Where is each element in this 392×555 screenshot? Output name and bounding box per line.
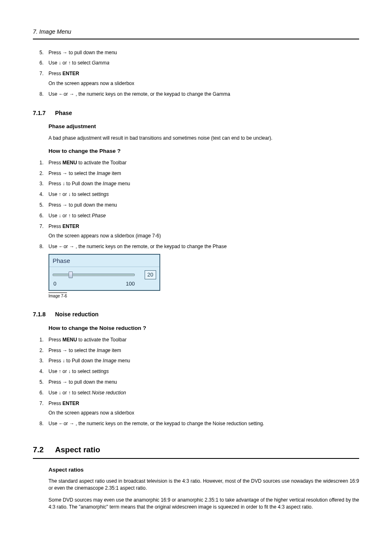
step: 5.Press → to pull down the menu [48, 202, 359, 209]
step: 8.Use ←or → , the numeric keys on the re… [48, 420, 359, 427]
gamma-steps-continued: 5.Press → to pull down the menu 6.Use ↓ … [33, 49, 359, 77]
slider-thumb[interactable] [69, 272, 73, 278]
slider-value: 20 [145, 270, 156, 279]
step: 8.Use ←or → , the numeric keys on the re… [48, 243, 359, 250]
step-note: On the screen appears now a sliderbox (i… [33, 233, 359, 240]
step: 8.Use ←or → , the numeric keys on the re… [48, 91, 359, 98]
step: 5.Press → to pull down the menu [48, 379, 359, 386]
phase-slider-figure: Phase 20 0 100 [48, 254, 359, 291]
step: 7.Press ENTER [48, 400, 359, 407]
noise-steps: 1.Press MENU to activate the Toolbar 2.P… [33, 336, 359, 407]
how-change-phase-heading: How to change the Phase ? [33, 147, 359, 155]
slider-min: 0 [53, 280, 56, 288]
step: 2.Press → to select the Image item [48, 170, 359, 177]
slider-track[interactable] [53, 274, 135, 276]
noise-steps-2: 8.Use ←or → , the numeric keys on the re… [33, 420, 359, 427]
slider-body: 20 0 100 [49, 267, 159, 290]
step: 3.Press ↓ to Pull down the Image menu [48, 180, 359, 187]
slider-title: Phase [49, 255, 159, 267]
phase-steps: 1.Press MENU to activate the Toolbar 2.P… [33, 159, 359, 230]
section-rule [33, 458, 359, 459]
step-note: On the screen appears now a sliderbox [33, 80, 359, 87]
header-rule [33, 39, 359, 39]
step: 2.Press → to select the Image item [48, 347, 359, 354]
aspect-ratios-heading: Aspect ratios [33, 466, 359, 474]
aspect-ratios-p2: Some DVD sources may even use the anamor… [33, 497, 359, 511]
step: 1.Press MENU to activate the Toolbar [48, 336, 359, 343]
step: 7.Press ENTER [48, 70, 359, 77]
phase-steps-2: 8.Use ←or → , the numeric keys on the re… [33, 243, 359, 250]
slider-track-wrap [53, 271, 141, 279]
section-718-title: 7.1.8Noise reduction [33, 311, 359, 319]
slider-max: 100 [126, 280, 135, 288]
section-72: 7.2Aspect ratio Aspect ratios The standa… [33, 444, 359, 511]
step: 4.Use ↑ or ↓ to select settings [48, 191, 359, 198]
section-717-title: 7.1.7Phase [33, 109, 359, 117]
phase-adjustment-heading: Phase adjustment [33, 123, 359, 131]
step: 3.Press ↓ to Pull down the Image menu [48, 357, 359, 364]
figure-caption: Image 7-6 [33, 292, 359, 299]
noise-reduction-heading: How to change the Noise reduction ? [33, 325, 359, 332]
step: 6.Use ↓ or ↑ to select Gamma [48, 60, 359, 67]
step: 7.Press ENTER [48, 223, 359, 230]
aspect-ratios-p1: The standard aspect ratio used in broadc… [33, 478, 359, 492]
sliderbox: Phase 20 0 100 [48, 254, 160, 291]
step: 6.Use ↓ or ↑ to select Phase [48, 212, 359, 219]
section-72-title: 7.2Aspect ratio [33, 444, 359, 456]
step: 1.Press MENU to activate the Toolbar [48, 159, 359, 166]
page-header-title: 7. Image Menu [33, 28, 359, 36]
phase-adjustment-text: A bad phase adjustment will result in ba… [33, 135, 359, 142]
step: 6.Use ↓ or ↑ to select Noise reduction [48, 389, 359, 396]
step: 5.Press → to pull down the menu [48, 49, 359, 56]
step: 4.Use ↑ or ↓ to select settings [48, 368, 359, 375]
slider-scale: 0 100 [53, 279, 135, 288]
step-note: On the screen appears now a sliderbox [33, 410, 359, 417]
gamma-steps-continued-2: 8.Use ←or → , the numeric keys on the re… [33, 91, 359, 98]
